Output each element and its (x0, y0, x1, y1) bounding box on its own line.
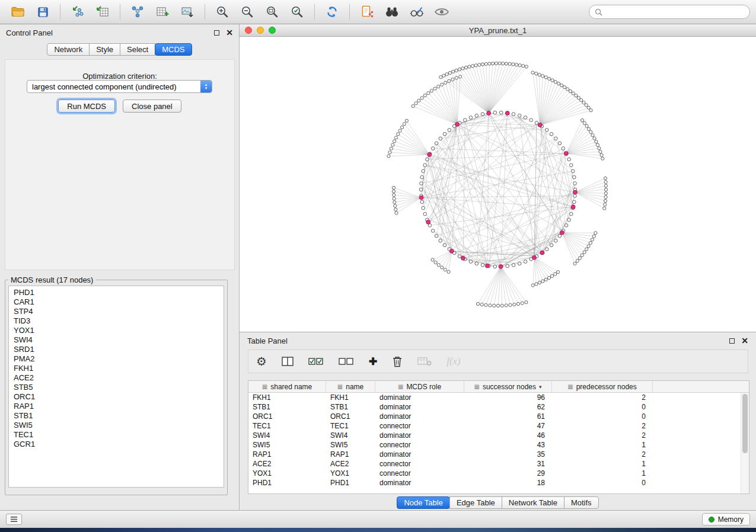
show-all-button[interactable] (430, 2, 454, 21)
result-item[interactable]: FKH1 (9, 364, 224, 373)
tab-select[interactable]: Select (120, 43, 155, 56)
table-row[interactable]: FKH1FKH1dominator962 (248, 393, 749, 402)
table-cell: TEC1 (248, 421, 326, 431)
open-session-button[interactable] (6, 2, 30, 21)
tab-edge-table[interactable]: Edge Table (449, 496, 502, 509)
column-visibility-button[interactable] (282, 356, 294, 367)
application-window: Control Panel ✕ Network Style Select MCD… (0, 0, 756, 528)
float-panel-button[interactable] (214, 30, 219, 36)
zoom-out-button[interactable] (235, 2, 259, 21)
tab-style[interactable]: Style (89, 43, 120, 56)
table-row[interactable]: TEC1TEC1connector472 (248, 421, 749, 431)
column-header-name[interactable]: ▦name (326, 381, 375, 392)
table-row[interactable]: ORC1ORC1dominator610 (248, 412, 749, 421)
optimization-select[interactable]: largest connected component (undirected)… (27, 80, 212, 93)
result-item[interactable]: PMA2 (9, 354, 224, 364)
zoom-selected-button[interactable] (285, 2, 309, 21)
result-item[interactable]: SRD1 (9, 345, 224, 354)
rename-column-button[interactable] (417, 357, 432, 366)
tab-node-table[interactable]: Node Table (397, 496, 450, 509)
result-item[interactable]: ORC1 (9, 392, 224, 402)
deselect-all-rows-button[interactable] (339, 357, 354, 366)
search-input[interactable] (606, 7, 744, 17)
select-all-icon (308, 357, 324, 366)
hide-selected-button[interactable] (405, 2, 429, 21)
tab-network-table[interactable]: Network Table (502, 496, 564, 509)
column-header-mcds-role[interactable]: ▦MCDS role (375, 381, 464, 392)
export-network-button[interactable] (355, 2, 379, 21)
zoom-in-button[interactable] (210, 2, 234, 21)
add-column-button[interactable]: ✚ (369, 355, 377, 368)
toolbar-separator (205, 4, 205, 20)
import-table-icon (95, 5, 110, 19)
table-row[interactable]: ACE2ACE2connector311 (248, 459, 749, 469)
show-panels-button[interactable] (6, 514, 22, 525)
select-all-rows-button[interactable] (308, 357, 324, 366)
grid-icon: ▦ (337, 383, 343, 390)
column-header-predecessor-nodes[interactable]: ▦predecessor nodes (552, 381, 653, 392)
select-stepper-icon: ▴▾ (200, 81, 212, 92)
control-panel-title: Control Panel (6, 28, 53, 37)
result-item[interactable]: SWI4 (9, 335, 224, 345)
table-row[interactable]: YOX1YOX1connector291 (248, 469, 749, 478)
toolbar-separator (60, 4, 60, 20)
status-bar: Memory (0, 510, 756, 528)
memory-button[interactable]: Memory (702, 513, 750, 525)
table-settings-button[interactable]: ⚙ (256, 354, 267, 368)
table-row[interactable]: PHD1PHD1dominator180 (248, 478, 749, 488)
table-row[interactable]: SWI4SWI4dominator462 (248, 431, 749, 440)
function-builder-button[interactable]: f(x) (446, 355, 461, 367)
network-graph[interactable] (240, 37, 756, 332)
table-cell: dominator (375, 393, 464, 402)
result-item[interactable]: ACE2 (9, 373, 224, 383)
control-panel-header: Control Panel ✕ (0, 24, 239, 41)
result-item[interactable]: YOX1 (9, 326, 224, 335)
result-item[interactable]: PHD1 (9, 288, 224, 297)
table-panel-title: Table Panel (247, 336, 288, 345)
result-item[interactable]: SWI5 (9, 421, 224, 430)
table-cell: ORC1 (326, 412, 375, 421)
save-icon (37, 6, 49, 18)
close-panel-button[interactable]: ✕ (226, 30, 233, 36)
table-cell: SWI5 (326, 440, 375, 450)
table-toolbar: ⚙ ✚ f(x) (248, 350, 748, 373)
delete-column-button[interactable] (392, 355, 403, 367)
table-row[interactable]: STB1STB1dominator620 (248, 402, 749, 412)
binoculars-icon (384, 5, 400, 18)
new-network-button[interactable] (126, 2, 149, 21)
network-canvas[interactable] (240, 37, 756, 332)
first-neighbors-button[interactable] (380, 2, 404, 21)
result-item[interactable]: STB1 (9, 411, 224, 421)
result-item[interactable]: TEC1 (9, 430, 224, 440)
new-table-button[interactable] (151, 2, 174, 21)
tab-network[interactable]: Network (47, 43, 90, 56)
column-header-successor-nodes[interactable]: ▦successor nodes▾ (464, 381, 552, 392)
column-header-shared-name[interactable]: ▦shared name (248, 381, 326, 392)
table-row[interactable]: RAP1RAP1dominator352 (248, 450, 749, 459)
result-item[interactable]: STP4 (9, 307, 224, 316)
table-cell: 2 (552, 393, 653, 402)
table-row[interactable]: SWI5SWI5connector431 (248, 440, 749, 450)
import-network-button[interactable] (66, 2, 90, 21)
run-mcds-button[interactable]: Run MCDS (58, 100, 115, 113)
close-table-panel-button[interactable]: ✕ (741, 338, 748, 344)
table-cell: dominator (375, 431, 464, 440)
gear-icon: ⚙ (256, 354, 267, 368)
apply-layout-button[interactable] (320, 2, 344, 21)
close-panel-button-mcds[interactable]: Close panel (123, 100, 181, 113)
table-scrollbar[interactable] (741, 393, 749, 493)
result-item[interactable]: GCR1 (9, 440, 224, 449)
result-item[interactable]: RAP1 (9, 402, 224, 411)
result-item[interactable]: STB5 (9, 383, 224, 392)
import-table-button[interactable] (91, 2, 114, 21)
list-icon (10, 516, 18, 523)
result-item[interactable]: CAR1 (9, 297, 224, 307)
result-item[interactable]: TID3 (9, 316, 224, 326)
float-table-panel-button[interactable] (729, 338, 735, 344)
save-session-button[interactable] (31, 2, 55, 21)
zoom-fit-button[interactable] (260, 2, 284, 21)
tab-motifs[interactable]: Motifs (564, 496, 599, 509)
export-image-button[interactable] (176, 2, 199, 21)
table-scrollbar-thumb[interactable] (742, 394, 748, 453)
tab-mcds[interactable]: MCDS (155, 43, 192, 56)
